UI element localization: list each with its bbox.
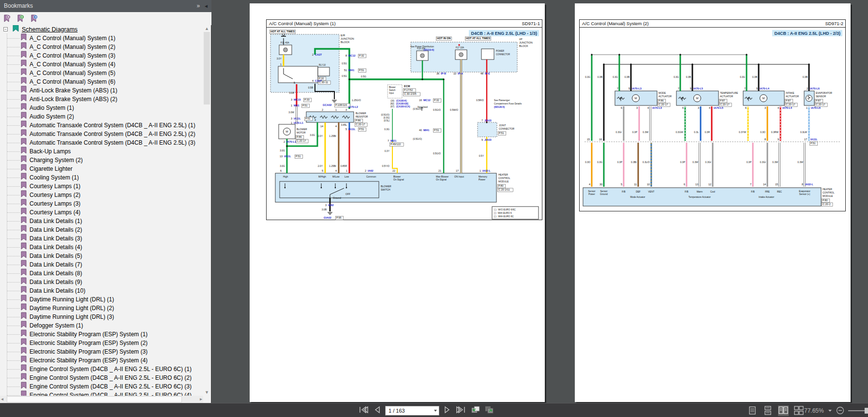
bookmark-root[interactable]: Schematic Diagrams — [13, 25, 77, 34]
svg-text:P.87: P.87 — [816, 99, 821, 102]
scroll-right-icon[interactable]: ▸ — [200, 396, 202, 402]
svg-text:4: 4 — [312, 79, 314, 82]
bookmark-item[interactable]: A_C Control (Manual) System (3) — [21, 51, 115, 60]
bookmark-item[interactable]: Automatic Transaxle Control System (D4CB… — [21, 130, 195, 138]
zoom-dropdown-icon[interactable] — [828, 409, 832, 412]
bookmark-item[interactable]: Data Link Details (8) — [21, 269, 82, 278]
bookmark-root-label: Schematic Diagrams — [22, 25, 77, 34]
bookmark-item[interactable]: Cooling System (1) — [21, 173, 79, 182]
svg-text:7: 7 — [617, 87, 618, 90]
bookmark-item[interactable]: Engine Control System (D4CB _ A-II ENG 2… — [21, 391, 192, 396]
bookmark-item[interactable]: Electronic Stability Program (ESP) Syste… — [21, 347, 148, 356]
bookmark-item[interactable]: A_C Control (Manual) System (1) — [21, 34, 115, 43]
bookmark-item[interactable]: Anti-Lock Brake System (ABS) (1) — [21, 86, 117, 95]
bookmark-item[interactable]: Audio System (1) — [21, 104, 74, 112]
bookmark-item[interactable]: Anti-Lock Brake System (ABS) (2) — [21, 95, 117, 104]
svg-text:SENSOR: SENSOR — [816, 95, 826, 98]
first-page-button[interactable] — [358, 406, 369, 416]
bookmark-item[interactable]: Cigarette Lighter — [21, 164, 73, 173]
svg-text:P.51: P.51 — [359, 69, 364, 72]
bookmark-item[interactable]: Daytime Running Light (DRL) (2) — [21, 304, 114, 313]
add-bookmark-icon[interactable] — [17, 15, 25, 23]
bookmarks-horizontal-scrollbar[interactable]: ◂ ▸ — [0, 396, 203, 403]
bookmarks-header: Bookmarks » ◄ — [0, 0, 211, 12]
svg-text:0.3R: 0.3R — [704, 131, 710, 134]
bookmark-item[interactable]: Automatic Transaxle Control System (D4CB… — [21, 138, 195, 147]
tree-expander[interactable]: − — [3, 27, 8, 31]
svg-text:6: 6 — [280, 169, 282, 172]
collapse-sidebar-icon[interactable]: ◄ — [204, 0, 209, 12]
single-page-view-button[interactable] — [747, 405, 758, 416]
bookmark-item[interactable]: Audio System (2) — [21, 112, 74, 121]
bookmark-item[interactable]: A_C Control (Manual) System (5) — [21, 69, 115, 77]
bookmark-item[interactable]: Electronic Stability Program (ESP) Syste… — [21, 356, 148, 365]
bookmark-item[interactable]: Data Link Details (9) — [21, 278, 82, 286]
svg-text:ACTUATOR: ACTUATOR — [658, 95, 672, 98]
bookmark-item[interactable]: Daytime Running Light (DRL) (1) — [21, 295, 114, 304]
page-number-input[interactable]: 1 / 163 — [385, 406, 439, 416]
bookmark-item[interactable]: A_C Control (Manual) System (2) — [21, 43, 115, 51]
svg-text:4: 4 — [335, 125, 337, 128]
svg-text:5: 5 — [322, 169, 323, 172]
bookmarks-vertical-scrollbar[interactable]: ▲ ▼ — [203, 25, 211, 396]
bookmark-item[interactable]: A_C Control (Manual) System (6) — [21, 77, 115, 86]
tree-connector — [7, 360, 20, 361]
goto-bookmark-icon[interactable] — [30, 15, 38, 23]
svg-text:[CA100-EB]: [CA100-EB] — [396, 103, 408, 105]
scroll-down-icon[interactable]: ▼ — [205, 390, 209, 395]
svg-text:3: 3 — [764, 106, 766, 109]
bookmark-item[interactable]: Engine Control System (D4CB _ A-II ENG 2… — [21, 373, 192, 382]
bookmark-item[interactable]: Daytime Running Light (DRL) (3) — [21, 313, 114, 321]
facing-pages-view-button[interactable] — [778, 405, 789, 416]
tree-connector — [7, 282, 20, 283]
bookmark-item[interactable]: Data Link Details (1) — [21, 217, 82, 225]
svg-text:C.20-17: C.20-17 — [297, 139, 306, 142]
fit-width-button[interactable] — [485, 406, 494, 416]
bookmark-item[interactable]: Courtesy Lamps (2) — [21, 191, 80, 199]
svg-text:IA70-L4: IA70-L4 — [760, 87, 770, 90]
bookmark-item[interactable]: Courtesy Lamps (3) — [21, 199, 80, 208]
bookmark-item[interactable]: Courtesy Lamps (1) — [21, 182, 80, 191]
next-page-button[interactable] — [444, 406, 451, 416]
zoom-slider-handle[interactable] — [865, 408, 868, 414]
remove-bookmark-icon[interactable] — [3, 15, 11, 23]
bookmark-item[interactable]: Data Link Details (7) — [21, 260, 82, 269]
book-view-button[interactable] — [793, 405, 804, 416]
svg-text:0.85R: 0.85R — [341, 164, 347, 167]
bookmark-item[interactable]: Data Link Details (3) — [21, 234, 82, 243]
scroll-up-icon[interactable]: ▲ — [205, 26, 209, 31]
pin-sidebar-icon[interactable]: » — [196, 0, 200, 12]
continuous-view-button[interactable] — [763, 405, 773, 416]
bookmark-item[interactable]: Data Link Details (10) — [21, 286, 85, 295]
bookmark-item[interactable]: Engine Control System (D4CB _ A-II ENG 2… — [21, 382, 192, 391]
last-page-button[interactable] — [456, 406, 466, 416]
fit-page-button[interactable] — [471, 406, 480, 416]
bookmark-item[interactable]: Engine Control System (D4CB _ A-II ENG 2… — [21, 365, 192, 373]
svg-text:Sensor: Sensor — [600, 190, 608, 193]
zoom-out-icon[interactable] — [836, 406, 844, 415]
bookmark-item[interactable]: Courtesy Lamps (4) — [21, 208, 80, 217]
vertical-scroll-thumb[interactable] — [204, 32, 210, 104]
bookmark-item[interactable]: Data Link Details (4) — [21, 243, 82, 252]
bookmarks-toolbar — [0, 12, 211, 25]
previous-page-button[interactable] — [374, 406, 380, 416]
bookmark-item[interactable]: Data Link Details (5) — [21, 252, 82, 260]
scroll-left-icon[interactable]: ◂ — [1, 396, 3, 402]
bookmark-item[interactable]: Back-Up Lamps — [21, 147, 71, 156]
bookmark-item[interactable]: A_C Control (Manual) System (4) — [21, 60, 115, 69]
tree-connector — [7, 90, 20, 91]
page-dropdown-icon[interactable] — [434, 410, 437, 412]
svg-text:MH1: MH1 — [294, 104, 299, 107]
bookmark-item[interactable]: Automatic Transaxle Control System (D4CB… — [21, 121, 195, 130]
svg-text:INTAKE: INTAKE — [786, 91, 794, 94]
svg-text:P.51: P.51 — [302, 104, 308, 107]
bookmark-item[interactable]: Charging System (2) — [21, 156, 83, 164]
bookmark-item[interactable]: Electronic Stability Program (ESP) Syste… — [21, 330, 148, 339]
svg-text:7: 7 — [744, 87, 746, 90]
horizontal-scroll-thumb[interactable] — [7, 396, 182, 402]
svg-text:[0.3G]: [0.3G] — [384, 117, 389, 119]
bookmark-item[interactable]: Electronic Stability Program (ESP) Syste… — [21, 339, 148, 347]
bookmark-item[interactable]: Defogger System (1) — [21, 321, 83, 330]
bookmark-item[interactable]: Data Link Details (2) — [21, 225, 82, 234]
zoom-slider[interactable] — [848, 410, 866, 411]
